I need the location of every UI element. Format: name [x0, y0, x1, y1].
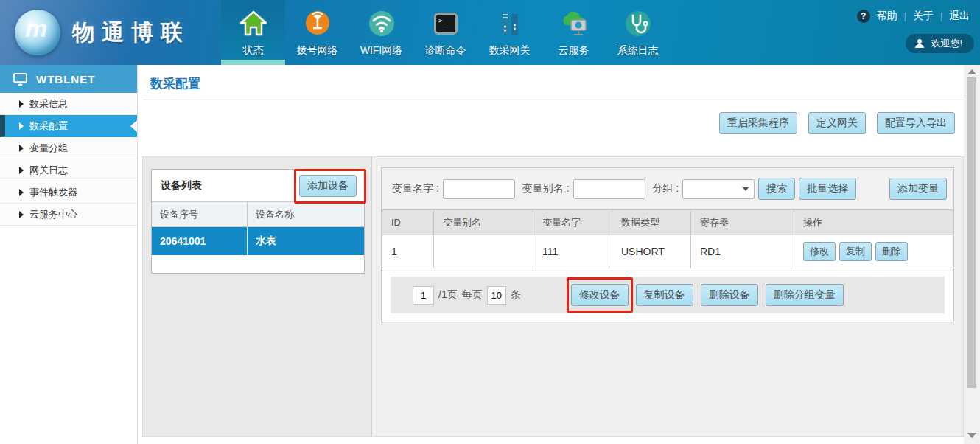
var-name-filter-input[interactable]	[443, 179, 515, 199]
top-header: 物通博联 状态 拨号网络 WIFI网络	[0, 0, 980, 65]
sidebar-item-label: 事件触发器	[29, 186, 77, 199]
nav-tab-label: 诊断命令	[425, 44, 466, 58]
sidebar-item-data-collection-config[interactable]: 数采配置	[0, 115, 137, 137]
logout-link[interactable]: 退出	[949, 10, 970, 23]
device-empty-row	[152, 255, 364, 273]
brand-sphere-icon	[15, 10, 60, 55]
dialup-broadcast-icon	[301, 7, 334, 41]
nav-tab-system-log[interactable]: 系统日志	[606, 0, 670, 65]
main-nav: 状态 拨号网络 WIFI网络 >_ 诊断命令	[221, 0, 670, 65]
var-alias-cell	[434, 235, 533, 268]
define-gateway-button[interactable]: 定义网关	[808, 112, 866, 134]
nav-tab-cloud-service[interactable]: 云服务	[542, 0, 606, 65]
device-hostname: WTBLNET	[36, 73, 95, 86]
scroll-up-arrow-icon[interactable]	[967, 69, 976, 74]
page-number-input[interactable]	[413, 286, 434, 305]
column-header-id: ID	[382, 210, 434, 235]
copy-device-button[interactable]: 复制设备	[636, 284, 693, 306]
device-list-panel: 设备列表 添加设备 设备序号 设备名称 20641001	[151, 169, 365, 274]
device-table-header-row: 设备序号 设备名称	[152, 202, 364, 227]
unit-label: 条	[511, 288, 521, 302]
batch-select-button[interactable]: 批量选择	[799, 178, 856, 200]
column-header-actions: 操作	[794, 210, 953, 235]
var-type-cell: USHORT	[612, 235, 691, 268]
app-window: 物通博联 状态 拨号网络 WIFI网络	[0, 0, 980, 444]
variable-table: ID 变量别名 变量名字 数据类型 寄存器 操作 1 111 USHORT	[382, 209, 953, 268]
device-row-selected[interactable]: 20641001 水表	[152, 227, 364, 255]
about-link[interactable]: 关于	[913, 10, 934, 23]
delete-group-variables-button[interactable]: 删除分组变量	[766, 284, 844, 306]
svg-text:>_: >_	[438, 17, 447, 24]
delete-device-button[interactable]: 删除设备	[701, 284, 758, 306]
sidebar-item-label: 变量分组	[29, 142, 68, 155]
nav-tab-label: 系统日志	[617, 44, 659, 58]
help-link[interactable]: 帮助	[877, 10, 897, 23]
variable-table-header-row: ID 变量别名 变量名字 数据类型 寄存器 操作	[382, 210, 953, 235]
main-content: 数采配置 重启采集程序 定义网关 配置导入导出 设备列表 添加设备	[139, 65, 964, 444]
link-divider: |	[940, 11, 942, 21]
config-import-export-button[interactable]: 配置导入导出	[877, 112, 955, 134]
home-icon	[237, 7, 270, 41]
active-item-notch	[130, 120, 137, 132]
sidebar: WTBLNET 状态 网关 数采信息 数采配置 变量分组 网关日志	[0, 65, 138, 444]
group-select[interactable]	[682, 179, 755, 199]
scroll-down-arrow-icon[interactable]	[967, 433, 976, 438]
var-name-filter-label: 变量名字 :	[392, 182, 439, 195]
page-action-buttons: 重启采集程序 定义网关 配置导入导出	[139, 100, 964, 134]
column-header-alias: 变量别名	[434, 210, 533, 235]
nav-tab-wifi-network[interactable]: WIFI网络	[349, 0, 413, 65]
scrollbar-thumb[interactable]	[967, 77, 976, 388]
var-name-cell: 111	[533, 235, 612, 268]
triangle-bullet-icon	[19, 100, 24, 108]
delete-variable-button[interactable]: 删除	[875, 242, 908, 261]
pagination-bar: /1页 每页 条 修改设备 复制设备 删除设备 删除分组变量	[391, 277, 945, 313]
nav-tab-label: 状态	[243, 44, 264, 58]
nav-tab-data-gateway[interactable]: 数采网关	[477, 0, 542, 65]
variables-panel: 变量名字 : 变量别名 : 分组 : 搜索 批量选择 添加变量	[381, 167, 954, 322]
modify-device-button[interactable]: 修改设备	[571, 284, 629, 306]
brand-name: 物通博联	[72, 18, 190, 48]
triangle-bullet-icon	[19, 167, 24, 174]
nav-tab-status[interactable]: 状态	[221, 0, 285, 65]
per-page-label: 每页	[462, 288, 483, 302]
nav-tab-label: 拨号网络	[297, 44, 338, 58]
welcome-badge[interactable]: 欢迎您!	[906, 34, 974, 53]
vertical-scrollbar[interactable]	[964, 65, 980, 444]
sidebar-device-header: WTBLNET	[0, 65, 137, 93]
sidebar-item-event-trigger[interactable]: 事件触发器	[0, 181, 137, 204]
var-id-cell: 1	[382, 235, 434, 268]
nav-tab-diagnostic-command[interactable]: >_ 诊断命令	[413, 0, 477, 65]
page-total-label: /1页	[438, 288, 458, 302]
column-header-name: 变量名字	[533, 210, 612, 235]
variable-row: 1 111 USHORT RD1 修改 复制 删除	[382, 235, 953, 268]
variable-filter-bar: 变量名字 : 变量别名 : 分组 : 搜索 批量选择 添加变量	[382, 168, 953, 209]
nav-tab-dialup-network[interactable]: 拨号网络	[285, 0, 349, 65]
add-variable-button[interactable]: 添加变量	[889, 178, 947, 200]
nav-tab-label: WIFI网络	[360, 44, 403, 58]
sidebar-item-gateway-log[interactable]: 网关日志	[0, 159, 137, 181]
search-button[interactable]: 搜索	[758, 178, 795, 200]
active-tab-underline	[221, 60, 285, 65]
var-alias-filter-input[interactable]	[573, 179, 645, 199]
add-device-button[interactable]: 添加设备	[299, 175, 357, 197]
sidebar-item-data-collection-info[interactable]: 数采信息	[0, 93, 137, 115]
brand-logo: 物通博联	[0, 0, 221, 65]
column-header-register: 寄存器	[691, 210, 794, 235]
device-name-cell: 水表	[248, 227, 364, 255]
wifi-icon	[365, 7, 398, 41]
var-alias-filter-label: 变量别名 :	[522, 182, 570, 195]
modify-variable-button[interactable]: 修改	[803, 242, 836, 261]
per-page-input[interactable]	[487, 286, 506, 305]
triangle-bullet-icon	[19, 145, 24, 152]
copy-variable-button[interactable]: 复制	[839, 242, 872, 261]
content-container: 设备列表 添加设备 设备序号 设备名称 20641001	[142, 156, 964, 437]
sidebar-item-cloud-service-center[interactable]: 云服务中心	[0, 204, 137, 226]
column-header-data-type: 数据类型	[612, 210, 691, 235]
link-divider: |	[904, 11, 906, 21]
nav-tab-label: 云服务	[559, 44, 589, 58]
sidebar-item-label: 数采配置	[29, 119, 68, 133]
sidebar-item-variable-group[interactable]: 变量分组	[0, 137, 137, 159]
restart-collector-button[interactable]: 重启采集程序	[719, 112, 797, 134]
device-list-header: 设备列表 添加设备	[152, 170, 364, 201]
help-question-icon: ?	[857, 10, 870, 23]
